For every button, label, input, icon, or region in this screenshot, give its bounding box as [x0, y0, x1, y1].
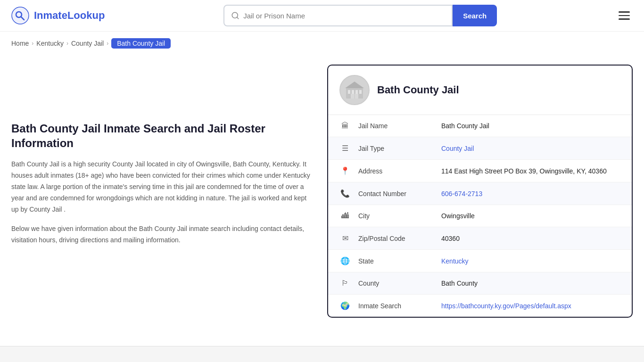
phone-link[interactable]: 606-674-2713	[441, 190, 482, 197]
value-county: Bath County	[441, 280, 620, 287]
location-icon: 📍	[339, 166, 351, 175]
breadcrumb-sep-3: ›	[107, 40, 108, 47]
breadcrumb: Home › Kentucky › County Jail › Bath Cou…	[0, 32, 644, 55]
label-zip: Zip/Postal Code	[358, 235, 434, 242]
info-table: 🏛 Jail Name Bath County Jail ☰ Jail Type…	[328, 115, 632, 317]
left-column: Bath County Jail Inmate Search and Jail …	[11, 65, 313, 318]
svg-line-4	[237, 17, 239, 18]
hamburger-line-3	[619, 18, 630, 20]
table-row: 🏙 City Owingsville	[328, 205, 632, 227]
state-link[interactable]: Kentucky	[441, 257, 469, 265]
breadcrumb-active: Bath County Jail	[111, 38, 171, 49]
hamburger-line-2	[619, 15, 630, 16]
search-icon	[231, 11, 239, 20]
flag-icon: 🏳	[339, 279, 351, 288]
label-city: City	[358, 212, 434, 220]
label-state: State	[358, 257, 434, 265]
breadcrumb-sep-1: ›	[32, 40, 33, 47]
label-contact: Contact Number	[358, 190, 434, 197]
facility-name: Bath County Jail	[377, 84, 459, 96]
inmate-search-link[interactable]: https://bathcounty.ky.gov/Pages/default.…	[441, 302, 571, 310]
breadcrumb-home[interactable]: Home	[11, 40, 29, 47]
city-icon: 🏙	[339, 212, 351, 220]
svg-rect-10	[359, 90, 362, 94]
footer	[0, 346, 644, 362]
value-contact[interactable]: 606-674-2713	[441, 190, 620, 197]
page-title: Bath County Jail Inmate Search and Jail …	[11, 121, 313, 150]
logo-icon	[11, 7, 29, 25]
label-jail-name: Jail Name	[358, 122, 434, 130]
search-wrapper	[223, 5, 453, 26]
svg-rect-9	[355, 90, 358, 94]
menu-button[interactable]	[616, 8, 633, 23]
phone-icon: 📞	[339, 189, 351, 198]
label-jail-type: Jail Type	[358, 145, 434, 152]
value-jail-type[interactable]: County Jail	[441, 145, 620, 152]
search-button[interactable]: Search	[453, 5, 497, 26]
value-inmate-search[interactable]: https://bathcounty.ky.gov/Pages/default.…	[441, 302, 620, 310]
breadcrumb-county-jail[interactable]: County Jail	[71, 40, 104, 47]
value-city: Owingsville	[441, 212, 620, 220]
table-row: 🌐 State Kentucky	[328, 250, 632, 272]
card-header: Bath County Jail	[328, 66, 632, 115]
page-description-2: Below we have given information about th…	[11, 223, 313, 246]
jail-type-link[interactable]: County Jail	[441, 145, 474, 152]
header: InmateLookup Search	[0, 0, 644, 32]
right-column: Bath County Jail 🏛 Jail Name Bath County…	[327, 65, 633, 318]
logo-text: InmateLookup	[34, 9, 105, 22]
table-row: 🏛 Jail Name Bath County Jail	[328, 115, 632, 137]
label-inmate-search: Inmate Search	[358, 302, 434, 310]
breadcrumb-sep-2: ›	[66, 40, 68, 47]
table-row: 🏳 County Bath County	[328, 272, 632, 295]
info-card: Bath County Jail 🏛 Jail Name Bath County…	[327, 65, 633, 318]
table-row: 📞 Contact Number 606-674-2713	[328, 182, 632, 205]
svg-point-0	[12, 7, 29, 24]
svg-rect-7	[348, 90, 350, 94]
hamburger-line-1	[619, 11, 630, 13]
logo: InmateLookup	[11, 7, 105, 25]
web-icon: 🌍	[339, 301, 351, 310]
table-row: 🌍 Inmate Search https://bathcounty.ky.go…	[328, 295, 632, 317]
value-state[interactable]: Kentucky	[441, 257, 620, 265]
table-row: ☰ Jail Type County Jail	[328, 137, 632, 160]
search-area: Search	[223, 5, 497, 26]
list-icon: ☰	[339, 144, 351, 153]
search-input[interactable]	[243, 12, 445, 20]
label-address: Address	[358, 167, 434, 175]
value-address: 114 East High Street PO Box 39, Owingsvi…	[441, 167, 620, 175]
breadcrumb-state[interactable]: Kentucky	[36, 40, 64, 47]
facility-image	[339, 75, 370, 105]
table-row: 📍 Address 114 East High Street PO Box 39…	[328, 160, 632, 182]
svg-rect-8	[352, 90, 354, 94]
globe-icon: 🌐	[339, 256, 351, 265]
table-row: ✉ Zip/Postal Code 40360	[328, 227, 632, 250]
mail-icon: ✉	[339, 234, 351, 243]
building-icon: 🏛	[339, 122, 351, 130]
svg-marker-6	[345, 82, 364, 88]
value-jail-name: Bath County Jail	[441, 122, 620, 130]
page-description-1: Bath County Jail is a high security Coun…	[11, 159, 313, 215]
main-content: Bath County Jail Inmate Search and Jail …	[0, 55, 644, 337]
value-zip: 40360	[441, 235, 620, 242]
label-county: County	[358, 280, 434, 287]
building-icon	[344, 80, 365, 100]
